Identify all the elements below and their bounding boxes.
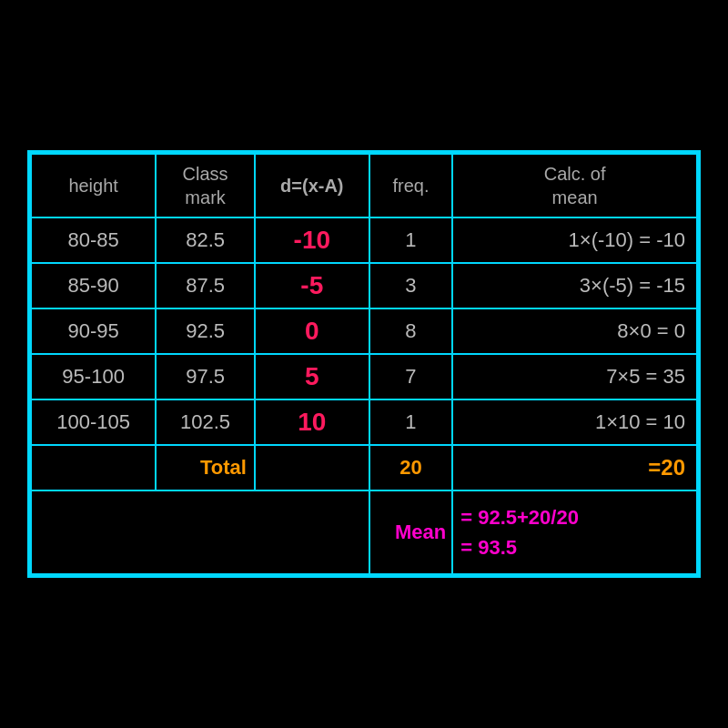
header-d: d=(x-A) — [255, 154, 369, 217]
table-row: 95-100 97.5 5 7 7×5 = 35 — [31, 354, 697, 399]
cell-total-empty2 — [255, 445, 369, 490]
cell-total-label: Total — [156, 445, 255, 490]
cell-height-3: 90-95 — [31, 308, 156, 354]
statistics-table-wrapper: height Class mark d=(x-A) freq. Calc. of… — [27, 150, 701, 578]
cell-calc-4: 7×5 = 35 — [452, 354, 697, 399]
cell-height-2: 85-90 — [31, 263, 156, 308]
table-header-row: height Class mark d=(x-A) freq. Calc. of… — [31, 154, 697, 217]
cell-calc-5: 1×10 = 10 — [452, 399, 697, 445]
table-row: 85-90 87.5 -5 3 3×(-5) = -15 — [31, 263, 697, 308]
cell-mean-value: = 92.5+20/20 = 93.5 — [452, 490, 697, 574]
cell-calc-1: 1×(-10) = -10 — [452, 217, 697, 263]
cell-classmark-5: 102.5 — [156, 399, 255, 445]
cell-height-4: 95-100 — [31, 354, 156, 399]
cell-mean-empty — [31, 490, 369, 574]
cell-freq-4: 7 — [369, 354, 453, 399]
cell-total-empty1 — [31, 445, 156, 490]
table-row: 90-95 92.5 0 8 8×0 = 0 — [31, 308, 697, 354]
cell-classmark-1: 82.5 — [156, 217, 255, 263]
header-height: height — [31, 154, 156, 217]
cell-height-5: 100-105 — [31, 399, 156, 445]
cell-freq-3: 8 — [369, 308, 453, 354]
cell-total-freq: 20 — [369, 445, 453, 490]
cell-d-3: 0 — [255, 308, 369, 354]
cell-classmark-3: 92.5 — [156, 308, 255, 354]
cell-freq-1: 1 — [369, 217, 453, 263]
cell-mean-label: Mean — [369, 490, 453, 574]
cell-classmark-4: 97.5 — [156, 354, 255, 399]
statistics-table: height Class mark d=(x-A) freq. Calc. of… — [30, 153, 698, 575]
header-calc: Calc. of mean — [452, 154, 697, 217]
cell-calc-2: 3×(-5) = -15 — [452, 263, 697, 308]
cell-classmark-2: 87.5 — [156, 263, 255, 308]
cell-d-5: 10 — [255, 399, 369, 445]
cell-d-1: -10 — [255, 217, 369, 263]
table-total-row: Total 20 =20 — [31, 445, 697, 490]
table-row: 100-105 102.5 10 1 1×10 = 10 — [31, 399, 697, 445]
cell-freq-5: 1 — [369, 399, 453, 445]
header-classmark: Class mark — [156, 154, 255, 217]
cell-height-1: 80-85 — [31, 217, 156, 263]
cell-d-4: 5 — [255, 354, 369, 399]
table-mean-row: Mean = 92.5+20/20 = 93.5 — [31, 490, 697, 574]
cell-calc-3: 8×0 = 0 — [452, 308, 697, 354]
cell-d-2: -5 — [255, 263, 369, 308]
cell-freq-2: 3 — [369, 263, 453, 308]
header-freq: freq. — [369, 154, 453, 217]
table-row: 80-85 82.5 -10 1 1×(-10) = -10 — [31, 217, 697, 263]
cell-total-calc: =20 — [452, 445, 697, 490]
